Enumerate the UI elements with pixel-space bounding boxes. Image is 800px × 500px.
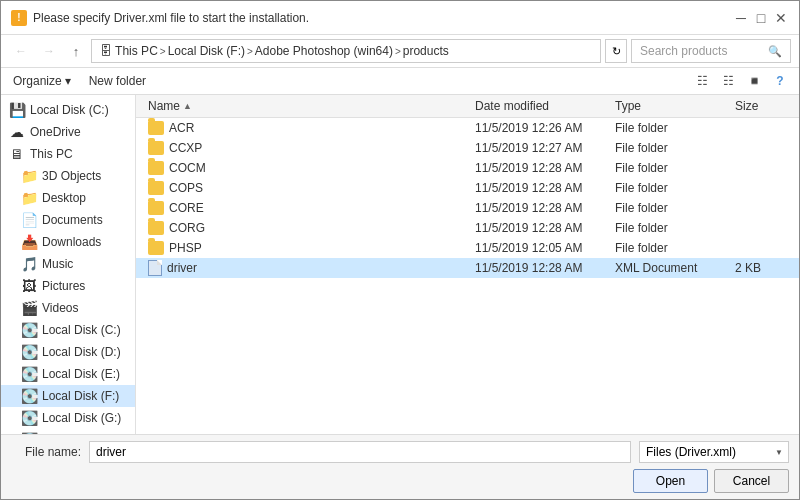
folder-icon: 📥 bbox=[21, 234, 37, 250]
folder-icon bbox=[148, 221, 164, 235]
sidebar-item-videos[interactable]: 🎬 Videos bbox=[1, 297, 135, 319]
drive-icon: 💾 bbox=[9, 102, 25, 118]
file-list-header: Name ▲ Date modified Type Size bbox=[136, 95, 799, 118]
folder-icon: 📁 bbox=[21, 190, 37, 206]
folder-icon: 📁 bbox=[21, 168, 37, 184]
table-row[interactable]: PHSP 11/5/2019 12:05 AM File folder bbox=[136, 238, 799, 258]
content-area: 💾 Local Disk (C:) ☁ OneDrive 🖥 This PC 📁… bbox=[1, 95, 799, 434]
filetype-dropdown-wrapper[interactable]: Files (Driver.xml) bbox=[639, 441, 789, 463]
dialog-window: ! Please specify Driver.xml file to star… bbox=[0, 0, 800, 500]
cancel-button[interactable]: Cancel bbox=[714, 469, 789, 493]
title-bar: ! Please specify Driver.xml file to star… bbox=[1, 1, 799, 35]
forward-button[interactable]: → bbox=[37, 40, 61, 62]
col-header-type[interactable]: Type bbox=[611, 97, 731, 115]
file-list-area: Name ▲ Date modified Type Size ACR bbox=[136, 95, 799, 434]
table-row[interactable]: CCXP 11/5/2019 12:27 AM File folder bbox=[136, 138, 799, 158]
sidebar-item-label: Documents bbox=[42, 213, 103, 227]
file-name-cell: COPS bbox=[144, 180, 471, 196]
sidebar-item-disk-d[interactable]: 💽 Local Disk (D:) bbox=[1, 341, 135, 363]
sidebar-item-music[interactable]: 🎵 Music bbox=[1, 253, 135, 275]
title-controls: ─ □ ✕ bbox=[733, 10, 789, 26]
file-name-cell: COCM bbox=[144, 160, 471, 176]
search-box[interactable]: Search products 🔍 bbox=[631, 39, 791, 63]
filename-label: File name: bbox=[11, 445, 81, 459]
col-header-date[interactable]: Date modified bbox=[471, 97, 611, 115]
sidebar-item-disk-g[interactable]: 💽 Local Disk (G:) bbox=[1, 407, 135, 429]
path-local-f: Local Disk (F:) bbox=[168, 44, 245, 58]
sidebar-item-onedrive[interactable]: ☁ OneDrive bbox=[1, 121, 135, 143]
pictures-icon: 🖼 bbox=[21, 278, 37, 294]
sidebar-item-label: OneDrive bbox=[30, 125, 81, 139]
view-large-button[interactable]: ◾ bbox=[743, 71, 765, 91]
col-header-size[interactable]: Size bbox=[731, 97, 791, 115]
close-button[interactable]: ✕ bbox=[773, 10, 789, 26]
folder-icon: 📄 bbox=[21, 212, 37, 228]
table-row[interactable]: COPS 11/5/2019 12:28 AM File folder bbox=[136, 178, 799, 198]
help-button[interactable]: ? bbox=[769, 71, 791, 91]
toolbar: Organize ▾ New folder ☷ ☷ ◾ ? bbox=[1, 68, 799, 95]
address-path[interactable]: 🗄 This PC > Local Disk (F:) > Adobe Phot… bbox=[91, 39, 601, 63]
new-folder-button[interactable]: New folder bbox=[85, 72, 150, 90]
folder-icon bbox=[148, 241, 164, 255]
buttons-row: Open Cancel bbox=[11, 469, 789, 493]
sidebar-item-local-c[interactable]: 💾 Local Disk (C:) bbox=[1, 99, 135, 121]
table-row[interactable]: CORG 11/5/2019 12:28 AM File folder bbox=[136, 218, 799, 238]
table-row[interactable]: driver 11/5/2019 12:28 AM XML Document 2… bbox=[136, 258, 799, 278]
folder-icon bbox=[148, 121, 164, 135]
sidebar-item-disk-e[interactable]: 💽 Local Disk (E:) bbox=[1, 363, 135, 385]
sidebar-item-label: Local Disk (C:) bbox=[30, 103, 109, 117]
sidebar-item-label: This PC bbox=[30, 147, 73, 161]
toolbar-right: ☷ ☷ ◾ ? bbox=[691, 71, 791, 91]
sidebar-item-label: Pictures bbox=[42, 279, 85, 293]
sort-arrow-icon: ▲ bbox=[183, 101, 192, 111]
pc-icon: 🖥 bbox=[9, 146, 25, 162]
sidebar-item-disk-f[interactable]: 💽 Local Disk (F:) bbox=[1, 385, 135, 407]
sidebar-item-label: Downloads bbox=[42, 235, 101, 249]
drive-icon: 💽 bbox=[21, 322, 37, 338]
maximize-button[interactable]: □ bbox=[753, 10, 769, 26]
filetype-dropdown[interactable]: Files (Driver.xml) bbox=[639, 441, 789, 463]
sidebar-item-label: Local Disk (C:) bbox=[42, 323, 121, 337]
sidebar-item-desktop[interactable]: 📁 Desktop bbox=[1, 187, 135, 209]
up-button[interactable]: ↑ bbox=[65, 40, 87, 62]
path-products: products bbox=[403, 44, 449, 58]
xml-file-icon bbox=[148, 260, 162, 276]
file-name-cell: CORG bbox=[144, 220, 471, 236]
new-folder-label: New folder bbox=[89, 74, 146, 88]
filename-row: File name: Files (Driver.xml) bbox=[11, 441, 789, 463]
table-row[interactable]: ACR 11/5/2019 12:26 AM File folder bbox=[136, 118, 799, 138]
back-button[interactable]: ← bbox=[9, 40, 33, 62]
sidebar-item-label: Videos bbox=[42, 301, 78, 315]
drive-icon: 💽 bbox=[21, 388, 37, 404]
cloud-icon: ☁ bbox=[9, 124, 25, 140]
open-button[interactable]: Open bbox=[633, 469, 708, 493]
table-row[interactable]: CORE 11/5/2019 12:28 AM File folder bbox=[136, 198, 799, 218]
search-placeholder: Search products bbox=[640, 44, 727, 58]
sidebar-item-disk-c[interactable]: 💽 Local Disk (C:) bbox=[1, 319, 135, 341]
drive-icon: 💽 bbox=[21, 344, 37, 360]
file-name-cell: CORE bbox=[144, 200, 471, 216]
sidebar-item-downloads[interactable]: 📥 Downloads bbox=[1, 231, 135, 253]
sidebar-item-documents[interactable]: 📄 Documents bbox=[1, 209, 135, 231]
folder-icon bbox=[148, 141, 164, 155]
refresh-button[interactable]: ↻ bbox=[605, 39, 627, 63]
file-name-cell: PHSP bbox=[144, 240, 471, 256]
videos-icon: 🎬 bbox=[21, 300, 37, 316]
file-name-cell: CCXP bbox=[144, 140, 471, 156]
organize-button[interactable]: Organize ▾ bbox=[9, 72, 75, 90]
sidebar-item-3d-objects[interactable]: 📁 3D Objects bbox=[1, 165, 135, 187]
sidebar: 💾 Local Disk (C:) ☁ OneDrive 🖥 This PC 📁… bbox=[1, 95, 136, 434]
sidebar-item-this-pc[interactable]: 🖥 This PC bbox=[1, 143, 135, 165]
sidebar-item-pictures[interactable]: 🖼 Pictures bbox=[1, 275, 135, 297]
organize-chevron-icon: ▾ bbox=[65, 74, 71, 88]
minimize-button[interactable]: ─ bbox=[733, 10, 749, 26]
drive-icon: 💽 bbox=[21, 366, 37, 382]
table-row[interactable]: COCM 11/5/2019 12:28 AM File folder bbox=[136, 158, 799, 178]
view-details-button[interactable]: ☷ bbox=[691, 71, 713, 91]
organize-label: Organize bbox=[13, 74, 62, 88]
col-header-name[interactable]: Name ▲ bbox=[144, 97, 471, 115]
search-icon: 🔍 bbox=[768, 45, 782, 58]
filename-input[interactable] bbox=[89, 441, 631, 463]
view-toggle-button[interactable]: ☷ bbox=[717, 71, 739, 91]
folder-icon bbox=[148, 181, 164, 195]
